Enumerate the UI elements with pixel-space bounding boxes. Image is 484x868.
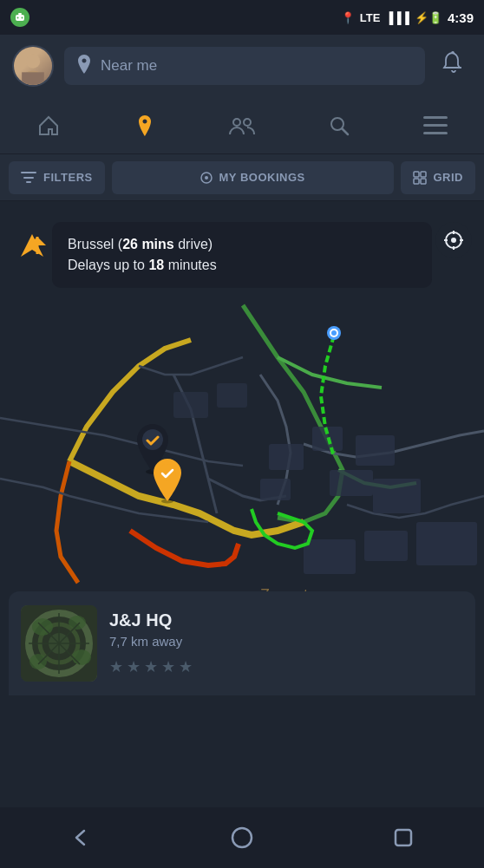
svg-rect-17: [414, 179, 419, 184]
svg-rect-24: [260, 479, 291, 500]
android-icon: [10, 8, 29, 27]
svg-rect-6: [22, 72, 44, 85]
svg-point-51: [69, 616, 86, 630]
svg-rect-20: [269, 444, 304, 470]
bookings-label: MY BOOKINGS: [219, 171, 305, 184]
grid-button[interactable]: GRID: [401, 161, 476, 194]
svg-rect-28: [304, 539, 356, 574]
bottom-nav: [0, 807, 484, 868]
header: Near me: [0, 35, 484, 97]
star-2: ★: [127, 657, 141, 676]
back-button[interactable]: [55, 812, 107, 864]
svg-rect-22: [356, 435, 395, 466]
place-info: J&J HQ 7,7 km away ★ ★ ★ ★ ★: [109, 610, 463, 676]
svg-point-3: [22, 17, 23, 19]
svg-point-8: [244, 119, 251, 126]
nav-groups[interactable]: [216, 100, 268, 152]
svg-rect-15: [414, 172, 419, 177]
nav-location[interactable]: [119, 100, 171, 152]
svg-rect-1: [18, 13, 22, 15]
location-pin-icon: [76, 55, 92, 78]
navigation-arrow: [19, 232, 45, 262]
nav-bar: [0, 97, 484, 154]
map-delay-prefix: Delays up to: [68, 258, 145, 272]
clock: 4:39: [448, 10, 474, 25]
svg-rect-30: [416, 522, 477, 565]
map-info-line2: Delays up to 18 minutes: [68, 255, 416, 276]
svg-point-38: [159, 464, 176, 481]
grid-label: GRID: [434, 171, 464, 184]
star-3: ★: [144, 657, 158, 676]
filters-label: FILTERS: [43, 171, 93, 184]
svg-rect-12: [423, 132, 448, 134]
home-button[interactable]: [216, 812, 268, 864]
svg-rect-29: [364, 531, 408, 561]
svg-rect-27: [373, 479, 421, 513]
svg-rect-11: [423, 124, 448, 127]
place-card[interactable]: J&J HQ 7,7 km away ★ ★ ★ ★ ★: [9, 591, 475, 695]
avatar[interactable]: [12, 45, 54, 87]
svg-rect-25: [173, 392, 208, 418]
recent-apps-button[interactable]: [377, 812, 429, 864]
svg-point-34: [331, 330, 337, 336]
map-area[interactable]: Zaventem: [0, 201, 484, 695]
svg-point-4: [26, 54, 41, 69]
lte-label: LTE: [360, 11, 381, 24]
status-bar: 📍 LTE ▐▐▐ ⚡🔋 4:39: [0, 0, 484, 35]
star-4: ★: [161, 657, 175, 676]
avatar-image: [14, 47, 52, 85]
star-1: ★: [109, 657, 123, 676]
filters-button[interactable]: FILTERS: [9, 161, 105, 194]
svg-rect-10: [423, 116, 448, 119]
bell-icon: [442, 51, 465, 81]
svg-point-2: [17, 17, 19, 19]
svg-rect-16: [421, 172, 426, 177]
place-distance: 7,7 km away: [109, 634, 463, 649]
map-drive-suffix: drive): [174, 237, 213, 251]
filter-bar: FILTERS MY BOOKINGS GRID: [0, 154, 484, 201]
nav-search[interactable]: [313, 100, 365, 152]
svg-point-58: [232, 828, 252, 847]
svg-rect-59: [396, 830, 411, 845]
svg-point-52: [72, 649, 91, 665]
svg-rect-23: [330, 470, 373, 496]
map-delay-suffix: minutes: [168, 258, 217, 272]
search-bar[interactable]: Near me: [64, 47, 425, 85]
svg-point-14: [205, 176, 208, 179]
nav-home[interactable]: [23, 100, 75, 152]
crosshair-button[interactable]: [435, 222, 472, 258]
status-bar-left: [10, 8, 29, 27]
map-city: Brussel: [68, 237, 114, 251]
svg-point-36: [142, 429, 163, 450]
map-pin-checked-yellow[interactable]: [147, 457, 187, 507]
map-info-line1: Brussel (26 mins drive): [68, 234, 416, 255]
star-5: ★: [179, 657, 193, 676]
search-text: Near me: [101, 57, 157, 75]
svg-point-7: [233, 119, 240, 126]
map-drive-time: 26 mins: [122, 237, 174, 251]
signal-bars: ▐▐▐: [385, 11, 409, 24]
battery-icon: ⚡🔋: [415, 11, 442, 24]
nav-menu[interactable]: [409, 100, 461, 152]
bookings-button[interactable]: MY BOOKINGS: [112, 161, 394, 194]
star-rating: ★ ★ ★ ★ ★: [109, 657, 463, 676]
svg-point-53: [29, 654, 47, 669]
map-info-box: Brussel (26 mins drive) Delays up to 18 …: [52, 222, 432, 288]
map-delay-minutes: 18: [148, 258, 164, 272]
svg-rect-26: [217, 383, 247, 408]
place-thumbnail: [21, 605, 97, 682]
bell-button[interactable]: [435, 48, 472, 84]
svg-rect-18: [421, 179, 426, 184]
place-name: J&J HQ: [109, 610, 463, 630]
location-status-icon: 📍: [341, 11, 355, 24]
svg-marker-39: [21, 234, 43, 257]
svg-point-41: [451, 238, 456, 243]
status-bar-right: 📍 LTE ▐▐▐ ⚡🔋 4:39: [341, 10, 474, 25]
